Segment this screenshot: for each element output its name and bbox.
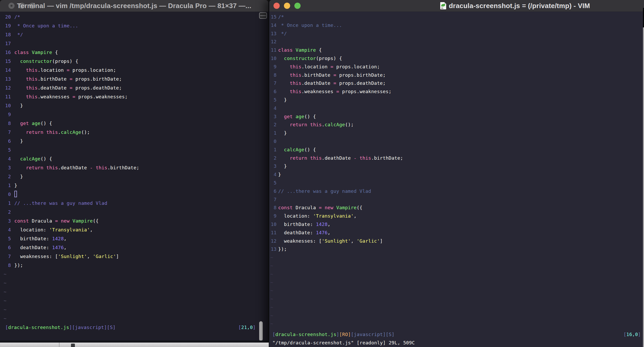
line-number: 11 xyxy=(4,92,11,101)
code-line: 6 this.weaknesses = props.weaknesses; xyxy=(270,87,644,96)
code-line: 3 return this.deathDate - this.birthDate… xyxy=(4,163,268,172)
background-divider xyxy=(59,343,59,347)
vim-cursor xyxy=(14,191,17,197)
cursor-position: [16,0] xyxy=(623,330,641,339)
terminal-window-title: Terminal — vim /tmp/dracula-screenshot.j… xyxy=(0,0,268,11)
code-line: 2 return this.calcAge(); xyxy=(270,121,644,129)
minimize-button[interactable] xyxy=(284,3,290,9)
background-window-strip xyxy=(0,343,269,347)
empty-line-tilde: ~ xyxy=(270,312,644,320)
line-number: 1 xyxy=(270,146,277,154)
cursor-position: [21,0] xyxy=(238,323,256,332)
line-number: 2 xyxy=(4,208,11,217)
background-window-sliver xyxy=(643,27,644,347)
macvim-window: JS dracula-screenshot.js = (/private/tmp… xyxy=(269,0,644,347)
empty-line-tilde: ~ xyxy=(4,314,268,323)
code-line: 16class Vampire { xyxy=(4,48,268,57)
code-line: 2 xyxy=(4,208,268,217)
code-line: 5 } xyxy=(270,96,644,104)
code-line: 13 this.birthDate = props.birthDate; xyxy=(4,75,268,83)
code-line: 7 this.deathDate = props.deathDate; xyxy=(270,79,644,87)
code-line: 12 this.deathDate = props.deathDate; xyxy=(4,83,268,92)
line-number: 2 xyxy=(270,154,277,162)
code-line: 5 xyxy=(4,146,268,154)
zoom-button[interactable] xyxy=(294,3,301,9)
js-file-icon[interactable]: JS xyxy=(440,2,446,9)
empty-line-tilde: ~ xyxy=(270,253,644,262)
split-pane-icon[interactable] xyxy=(259,12,267,19)
code-line: 13 */ xyxy=(270,29,644,38)
code-line: 6// ...there was a guy named Vlad xyxy=(270,187,644,195)
empty-line-tilde: ~ xyxy=(270,320,644,328)
code-line: 3const Dracula = new Vampire({ xyxy=(4,217,268,225)
code-line: 10 constructor(props) { xyxy=(270,54,644,63)
line-number: 10 xyxy=(270,220,277,229)
line-number: 6 xyxy=(4,137,11,146)
line-number: 4 xyxy=(4,225,11,234)
line-number: 20 xyxy=(4,13,11,21)
scrollbar-thumb[interactable] xyxy=(259,321,263,341)
code-line: 15/* xyxy=(270,13,644,21)
code-line: 14 * Once upon a time... xyxy=(270,21,644,29)
line-number: 13 xyxy=(270,29,277,38)
line-number: 5 xyxy=(4,146,11,154)
line-number: 13 xyxy=(270,245,277,253)
code-line: 12 xyxy=(270,38,644,46)
line-number: 8 xyxy=(270,204,277,212)
line-number: 10 xyxy=(4,101,11,110)
line-number: 4 xyxy=(4,154,11,163)
empty-line-tilde: ~ xyxy=(270,303,644,312)
empty-line-tilde: ~ xyxy=(270,270,644,278)
line-number: 6 xyxy=(4,243,11,252)
code-line: 6 deathDate: 1476, xyxy=(4,243,268,252)
code-line: 8 this.birthDate = props.birthDate; xyxy=(270,71,644,79)
line-number: 0 xyxy=(4,190,11,199)
close-button[interactable] xyxy=(273,3,280,9)
vim-editor-terminal[interactable]: 20/*19 * Once upon a time...18 */1716cla… xyxy=(0,11,268,340)
code-line: 4 calcAge() { xyxy=(4,154,268,163)
code-line: 5 birthDate: 1428, xyxy=(4,234,268,243)
terminal-window: Terminal — vim /tmp/dracula-screenshot.j… xyxy=(0,0,268,343)
line-number: 5 xyxy=(270,96,277,104)
code-line: 8}); xyxy=(4,261,268,270)
line-number: 7 xyxy=(4,252,11,261)
line-number: 1 xyxy=(4,199,11,208)
line-number: 12 xyxy=(4,83,11,92)
line-number: 7 xyxy=(270,195,277,204)
window-bottom-edge xyxy=(0,340,268,343)
line-number: 3 xyxy=(4,217,11,225)
code-line: 5 xyxy=(270,179,644,187)
terminal-titlebar[interactable]: Terminal — vim /tmp/dracula-screenshot.j… xyxy=(0,0,268,12)
line-number: 14 xyxy=(270,21,277,29)
code-line: 4 xyxy=(270,104,644,112)
line-number: 11 xyxy=(270,229,277,237)
line-number: 14 xyxy=(4,66,11,75)
code-line: 1// ...there was a guy named Vlad xyxy=(4,199,268,208)
line-number: 19 xyxy=(4,21,11,30)
line-number: 7 xyxy=(4,128,11,137)
empty-line-tilde: ~ xyxy=(4,296,268,305)
vim-editor-macvim[interactable]: 15/*14 * Once upon a time...13 */1211cla… xyxy=(269,11,644,347)
line-number: 15 xyxy=(270,13,277,21)
macvim-titlebar[interactable]: JS dracula-screenshot.js = (/private/tmp… xyxy=(269,0,644,12)
line-number: 4 xyxy=(270,170,277,179)
empty-line-tilde: ~ xyxy=(4,279,268,288)
line-number: 3 xyxy=(270,112,277,121)
line-number: 17 xyxy=(4,39,11,48)
vim-statusline: [dracula-screenshot.js][RO][javascript][… xyxy=(270,330,644,339)
line-number: 9 xyxy=(270,212,277,220)
code-line: 0 xyxy=(270,137,644,146)
line-number: 12 xyxy=(270,237,277,245)
line-number: 13 xyxy=(4,75,11,83)
code-line: 4} xyxy=(270,170,644,179)
macvim-window-title: dracula-screenshot.js = (/private/tmp) -… xyxy=(449,2,590,10)
empty-line-tilde: ~ xyxy=(270,278,644,287)
code-line: 9 this.location = props.location; xyxy=(270,63,644,71)
empty-line-tilde: ~ xyxy=(270,262,644,270)
background-artifact xyxy=(71,344,75,347)
line-number: 16 xyxy=(4,48,11,57)
line-number: 7 xyxy=(270,79,277,87)
code-line: 11 deathDate: 1476, xyxy=(270,229,644,237)
code-line: 12 weaknesses: ['Sunlight', 'Garlic'] xyxy=(270,237,644,245)
code-line: 2 return this.deathDate - this.birthDate… xyxy=(270,154,644,162)
